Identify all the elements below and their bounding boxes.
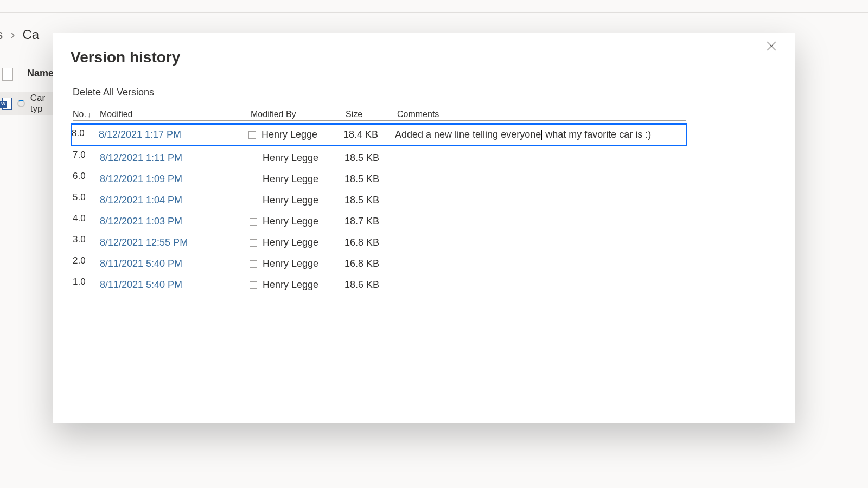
column-header-no[interactable]: No. [73, 110, 100, 121]
presence-icon [250, 281, 257, 289]
cell-modified-by[interactable]: Henry Legge [250, 152, 344, 164]
cell-version-no: 7.0 [73, 147, 100, 160]
cell-modified-by[interactable]: Henry Legge [250, 258, 344, 269]
cell-comments: Added a new line telling everyone what m… [395, 129, 686, 140]
cell-version-no: 6.0 [73, 169, 100, 182]
cell-modified-by[interactable]: Henry Legge [250, 279, 344, 291]
cell-modified-by[interactable]: Henry Legge [250, 237, 344, 248]
column-header-size[interactable]: Size [346, 110, 397, 121]
cell-size: 18.4 KB [343, 129, 395, 140]
cell-modified[interactable]: 8/12/2021 1:09 PM [100, 174, 250, 185]
table-row[interactable]: 2.08/11/2021 5:40 PMHenry Legge16.8 KB [73, 253, 686, 274]
delete-all-versions-link[interactable]: Delete All Versions [73, 87, 154, 98]
presence-icon [250, 197, 257, 204]
cell-version-no: 3.0 [73, 232, 100, 245]
cell-modified-by[interactable]: Henry Legge [250, 174, 344, 185]
file-type-icon [2, 68, 13, 81]
presence-icon [250, 260, 257, 268]
chevron-right-icon: › [10, 27, 15, 42]
column-header-modified-by[interactable]: Modified By [251, 110, 346, 121]
close-icon [767, 41, 776, 51]
table-row[interactable]: 7.08/12/2021 1:11 PMHenry Legge18.5 KB [73, 147, 686, 169]
file-row[interactable]: Car typ [0, 92, 60, 115]
presence-icon [250, 176, 257, 183]
table-row[interactable]: 1.08/11/2021 5:40 PMHenry Legge18.6 KB [73, 274, 686, 296]
column-header-comments[interactable]: Comments [397, 110, 686, 121]
cell-size: 16.8 KB [344, 237, 396, 248]
table-row[interactable]: 4.08/12/2021 1:03 PMHenry Legge18.7 KB [73, 211, 686, 232]
cell-modified[interactable]: 8/12/2021 1:11 PM [100, 152, 250, 164]
table-header-row: No. Modified Modified By Size Comments [73, 110, 686, 121]
table-row[interactable]: 6.08/12/2021 1:09 PMHenry Legge18.5 KB [73, 169, 686, 190]
cell-size: 18.5 KB [344, 195, 396, 206]
cell-modified-by[interactable]: Henry Legge [250, 216, 344, 227]
breadcrumb-parent[interactable]: ents [0, 27, 3, 42]
presence-icon [250, 239, 257, 247]
cell-modified[interactable]: 8/11/2021 5:40 PM [100, 258, 250, 269]
cell-version-no: 1.0 [73, 274, 100, 287]
cell-version-no: 8.0 [72, 126, 99, 139]
presence-icon [250, 155, 257, 162]
cell-modified[interactable]: 8/12/2021 12:55 PM [100, 237, 250, 248]
table-row[interactable]: 3.08/12/2021 12:55 PMHenry Legge16.8 KB [73, 232, 686, 253]
cell-modified-by[interactable]: Henry Legge [248, 129, 343, 140]
word-document-icon [2, 98, 12, 110]
cell-version-no: 2.0 [73, 253, 100, 266]
cell-modified[interactable]: 8/12/2021 1:17 PM [99, 129, 248, 140]
dialog-title: Version history [71, 49, 180, 66]
column-header-name[interactable]: Name [27, 68, 54, 79]
loading-spinner-icon [17, 100, 25, 107]
version-history-dialog: Version history Delete All Versions No. … [53, 33, 795, 423]
column-header-modified[interactable]: Modified [100, 110, 251, 121]
cell-size: 18.5 KB [344, 152, 396, 164]
cell-size: 18.5 KB [344, 174, 396, 185]
presence-icon [250, 218, 257, 226]
cell-version-no: 4.0 [73, 211, 100, 224]
table-row[interactable]: 8.08/12/2021 1:17 PMHenry Legge18.4 KBAd… [72, 124, 686, 145]
close-button[interactable] [767, 41, 784, 59]
breadcrumb-current: Ca [22, 27, 39, 42]
cell-version-no: 5.0 [73, 190, 100, 203]
cell-modified[interactable]: 8/11/2021 5:40 PM [100, 279, 250, 291]
cell-size: 16.8 KB [344, 258, 396, 269]
cell-modified[interactable]: 8/12/2021 1:04 PM [100, 195, 250, 206]
cell-size: 18.6 KB [344, 279, 396, 291]
table-body: 8.08/12/2021 1:17 PMHenry Legge18.4 KBAd… [73, 124, 686, 296]
table-row[interactable]: 5.08/12/2021 1:04 PMHenry Legge18.5 KB [73, 190, 686, 211]
presence-icon [248, 131, 256, 139]
versions-table: No. Modified Modified By Size Comments 8… [73, 110, 686, 296]
divider [0, 12, 868, 13]
breadcrumb[interactable]: ents › Ca [0, 27, 39, 42]
cell-modified[interactable]: 8/12/2021 1:03 PM [100, 216, 250, 227]
cell-size: 18.7 KB [344, 216, 396, 227]
cell-modified-by[interactable]: Henry Legge [250, 195, 344, 206]
